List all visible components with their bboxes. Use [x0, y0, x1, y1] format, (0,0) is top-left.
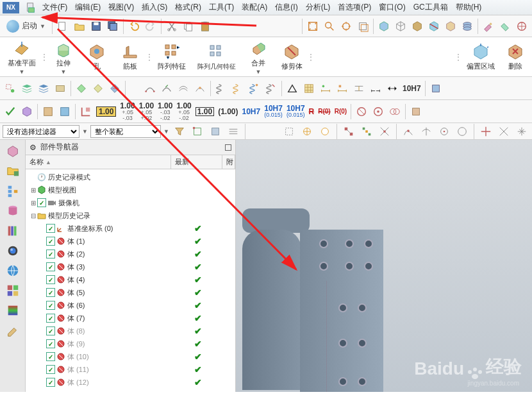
res-lens-icon[interactable]	[4, 242, 22, 260]
checkbox[interactable]: ✓	[46, 352, 55, 361]
copy-icon[interactable]	[181, 19, 196, 34]
tol-r3-button[interactable]: R(0)	[333, 108, 348, 115]
gear-icon[interactable]: ⚙	[29, 143, 37, 152]
checkbox[interactable]: ✓	[46, 237, 55, 246]
checkbox[interactable]: ✓	[46, 250, 55, 258]
col-r[interactable]: 附	[222, 155, 235, 169]
checkbox[interactable]: ✓	[46, 262, 55, 271]
menu-help[interactable]: 帮助(H)	[452, 2, 486, 13]
spring3-icon[interactable]	[247, 81, 262, 96]
point-icon[interactable]	[514, 124, 529, 139]
snap-end-icon[interactable]	[341, 124, 356, 139]
diag-icon[interactable]	[496, 124, 511, 139]
menu-view[interactable]: 视图(V)	[104, 2, 138, 13]
render-icon[interactable]	[410, 19, 425, 34]
dim3-icon[interactable]	[351, 81, 367, 96]
circ1-icon[interactable]	[354, 104, 369, 119]
checkbox[interactable]: ✓	[46, 301, 55, 310]
col-recent[interactable]: 最新	[171, 155, 222, 169]
layer-icon[interactable]	[460, 19, 475, 34]
checkbox[interactable]: ✓	[46, 339, 55, 348]
collapse-icon[interactable]: ⊟	[29, 212, 37, 219]
save-icon[interactable]	[88, 19, 104, 34]
layers-icon[interactable]	[19, 81, 35, 96]
dim2-icon[interactable]	[335, 81, 350, 96]
tree-body-row[interactable]: ✓ 体 (11) ✔	[26, 363, 235, 376]
curve3-icon[interactable]	[436, 124, 452, 139]
menu-gc[interactable]: GC工具箱	[410, 2, 452, 13]
filter-icon1[interactable]	[172, 124, 187, 139]
menu-preferences[interactable]: 首选项(P)	[334, 2, 375, 13]
diamond3-icon[interactable]	[107, 81, 122, 96]
col-name[interactable]: 名称 ▲	[26, 155, 171, 169]
arc2-icon[interactable]	[159, 81, 174, 96]
select-icon[interactable]	[3, 81, 18, 96]
dock-icon[interactable]	[225, 144, 231, 151]
extrude-button[interactable]: 拉伸 ▼	[47, 38, 79, 76]
tol-r2-button[interactable]: R(0)	[317, 108, 331, 115]
tool-c-icon[interactable]	[514, 19, 529, 34]
diamond-icon[interactable]	[74, 81, 89, 96]
tol3-button[interactable]: 1.00-.03-.02	[156, 102, 174, 121]
expand-icon[interactable]: ⊞	[29, 187, 37, 194]
tool-y-icon[interactable]	[408, 104, 424, 119]
spring4-icon[interactable]	[263, 81, 279, 96]
checkbox[interactable]: ✓	[46, 365, 55, 374]
layers2-icon[interactable]	[36, 81, 51, 96]
hide-icon[interactable]	[443, 19, 458, 34]
tol-10h7-button[interactable]: 10H7	[401, 85, 422, 92]
menu-assembly[interactable]: 装配(A)	[238, 2, 271, 13]
tree-body-row[interactable]: ✓ 体 (5) ✔	[26, 286, 235, 299]
checkbox[interactable]: ✓	[46, 314, 55, 323]
tol1-button[interactable]: 1.00+.05-.03	[119, 102, 136, 121]
tol-r1-button[interactable]: R	[308, 108, 316, 115]
tree-datum-csys[interactable]: ✓ 基准坐标系 (0) ✔	[26, 222, 235, 235]
tree-body-row[interactable]: ✓ 体 (2) ✔	[26, 248, 235, 260]
curve1-icon[interactable]	[401, 124, 416, 139]
undo-icon[interactable]	[126, 19, 142, 34]
checkbox[interactable]: ✓	[46, 326, 55, 335]
checkbox[interactable]: ✓	[46, 275, 55, 284]
dim1-icon[interactable]	[318, 81, 333, 96]
merge-button[interactable]: 合并 ▼	[242, 38, 274, 76]
curve4-icon[interactable]	[454, 124, 470, 139]
tree-body-row[interactable]: ✓ 体 (7) ✔	[26, 312, 235, 325]
tol-box-button[interactable]: 1.00	[95, 106, 117, 117]
shade-icon[interactable]	[376, 19, 392, 34]
res-folder-icon[interactable]	[4, 162, 22, 180]
trim-button[interactable]: 修剪体	[276, 41, 308, 72]
checkbox[interactable]: ✓	[46, 378, 55, 387]
expand-icon[interactable]: ⊞	[29, 199, 37, 207]
tol-plain-button[interactable]: (1.00)	[217, 108, 239, 115]
menu-tools[interactable]: 工具(T)	[205, 2, 238, 13]
snap2-icon[interactable]	[299, 124, 315, 139]
menu-edit[interactable]: 编辑(E)	[71, 2, 104, 13]
tree-body-row[interactable]: ✓ 体 (6) ✔	[26, 299, 235, 312]
res-books-icon[interactable]	[4, 222, 22, 240]
res-tree-icon[interactable]	[4, 182, 22, 200]
snap-edge-icon[interactable]	[190, 124, 205, 139]
res-pink-icon[interactable]	[4, 142, 22, 160]
offset-region-button[interactable]: 偏置区域	[461, 41, 500, 72]
box-icon[interactable]	[53, 81, 68, 96]
menu-format[interactable]: 格式(R)	[171, 2, 205, 13]
datum-plane-button[interactable]: 基准平面 ▼	[3, 38, 41, 76]
res-pencil-icon[interactable]	[4, 321, 22, 339]
wireframe-icon[interactable]	[393, 19, 408, 34]
diamond2-icon[interactable]	[90, 81, 106, 96]
tool-x-icon[interactable]	[428, 81, 444, 96]
circ3-icon[interactable]	[387, 104, 403, 119]
open-icon[interactable]	[72, 19, 87, 34]
tree-camera[interactable]: ⊞ ✓ 摄像机	[26, 196, 235, 209]
spring2-icon[interactable]	[230, 81, 245, 96]
arc-icon[interactable]	[142, 81, 158, 96]
tol-h3-button[interactable]: 10H7(0.015)	[285, 105, 306, 118]
res-globe-icon[interactable]	[4, 262, 22, 280]
block-icon[interactable]	[19, 104, 35, 119]
tol4-button[interactable]: 1.00+.05-.02	[175, 102, 192, 121]
geom-pattern-button[interactable]: 阵列几何特征	[192, 42, 241, 72]
zoom-icon[interactable]	[322, 19, 337, 34]
rib-button[interactable]: 筋板	[114, 41, 146, 72]
cut-icon[interactable]	[164, 19, 179, 34]
tree-body-row[interactable]: ✓ 体 (9) ✔	[26, 337, 235, 350]
